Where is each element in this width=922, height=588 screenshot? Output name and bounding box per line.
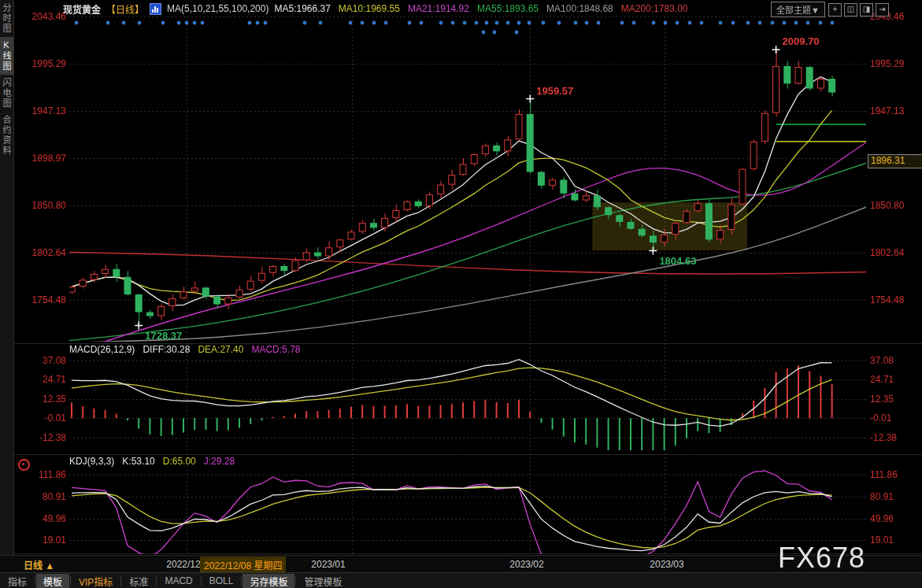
last-price-tag: 1896.31 [868, 154, 922, 168]
kdj-header: KDJ(9,3,3) K:53.10 D:65.00 J:29.28 [69, 456, 235, 467]
ma-value: MA21:1914.92 [408, 3, 469, 14]
tab-separator [201, 576, 202, 586]
sidebar-item-2[interactable]: 闪电图 [0, 75, 13, 112]
y-axis-tick: 49.96 [14, 513, 66, 524]
price-annotation: 1959.57 [536, 85, 573, 97]
y-axis-tick: 2043.46 [14, 11, 66, 22]
ma-value: MA55:1893.65 [477, 3, 539, 14]
y-axis-tick: 1995.29 [14, 58, 66, 69]
y-axis-tick: 37.08 [870, 355, 920, 366]
kdj-label: KDJ(9,3,3) [69, 456, 114, 467]
footer-tab-1[interactable]: 模板 [36, 574, 69, 588]
y-axis-tick: 1850.80 [14, 200, 66, 211]
y-axis-tick: 12.35 [870, 394, 920, 405]
x-axis-month-label: 2022/12 [166, 559, 200, 570]
toolbar-icon-buttons: +◫◨⇥ [828, 3, 889, 17]
price-annotation: 1728.37 [145, 330, 182, 342]
kdj-k-value: K:53.10 [122, 456, 154, 467]
ma-value: MA5:1966.37 [274, 3, 330, 14]
y-axis-tick: 1754.48 [870, 294, 920, 305]
bottom-tabs-row: 指标模板VIP指标标准MACDBOLL另存模板管理模板 [0, 572, 922, 588]
y-axis-tick: 19.01 [14, 534, 66, 545]
kline-chart-icon [150, 3, 161, 15]
ma-value: MA10:1969.55 [339, 3, 400, 14]
symbol-name: 现货黄金 [63, 2, 101, 16]
pan-icon[interactable]: + [828, 3, 842, 17]
footer-tab-3[interactable]: 标准 [122, 574, 155, 588]
y-axis-tick: 24.71 [870, 374, 920, 385]
y-axis-tick: 24.71 [14, 374, 66, 385]
y-axis-tick: 37.08 [14, 355, 66, 366]
header-controls: 全部主题▼ +◫◨⇥ [771, 2, 889, 17]
kdj-d-value: D:65.00 [163, 456, 196, 467]
kdj-j-value: J:29.28 [204, 456, 235, 467]
ma-formula: MA(5,10,21,55,100,200) [167, 3, 268, 14]
sidebar-item-3[interactable]: 合约资料 [0, 112, 13, 159]
period-dropdown-button[interactable]: 日线 ▲ [24, 558, 54, 571]
y-axis-tick: 1802.64 [14, 247, 66, 258]
y-axis-tick: 80.91 [14, 491, 66, 502]
y-axis-tick: 111.86 [870, 469, 920, 480]
ma-values: MA5:1966.37MA10:1969.55MA21:1914.92MA55:… [274, 3, 695, 14]
y-axis-tick: 1947.13 [14, 105, 66, 116]
y-axis-tick: 19.01 [870, 534, 920, 545]
indicator-layout-icon[interactable]: ◨ [860, 3, 873, 17]
tab-separator [295, 576, 296, 586]
tab-separator [120, 576, 121, 586]
y-axis-tick: 1802.64 [870, 247, 920, 258]
chart-canvas[interactable] [0, 0, 922, 555]
y-axis-tick: 111.86 [14, 469, 66, 480]
price-annotation: 2009.70 [783, 35, 820, 47]
tab-separator [241, 576, 242, 586]
ma-value: MA200:1783.00 [621, 3, 688, 14]
period-tag: 【日线】 [106, 2, 144, 16]
y-axis-tick: 49.96 [870, 513, 920, 524]
y-axis-tick: 1995.29 [870, 58, 920, 69]
y-axis-tick: 1754.48 [14, 294, 66, 305]
footer-tab-4[interactable]: MACD [157, 575, 199, 587]
y-axis-tick: 12.35 [14, 394, 66, 405]
crosshair-date-tag: 2022/12/08 星期四 [200, 557, 286, 574]
y-axis-tick: -12.38 [870, 432, 920, 443]
footer-tab-7[interactable]: 管理模板 [297, 574, 349, 588]
macd-macd-value: MACD:5.78 [251, 344, 300, 355]
macd-diff-value: DIFF:30.28 [143, 344, 190, 355]
x-axis-month-label: 2023/01 [311, 559, 345, 570]
x-axis-month-label: 2023/03 [650, 559, 683, 570]
axis-scale-icon[interactable]: ◫ [844, 3, 857, 17]
watermark-logo: FX678 [778, 542, 865, 575]
sidebar-item-1[interactable]: K线图 [0, 37, 13, 75]
macd-label: MACD(26,12,9) [69, 344, 135, 355]
ma-value: MA100:1848.68 [546, 3, 613, 14]
footer-tab-5[interactable]: BOLL [202, 575, 241, 587]
price-annotation: 1804.63 [659, 255, 696, 267]
macd-dea-value: DEA:27.40 [198, 344, 243, 355]
theme-dropdown[interactable]: 全部主题▼ [771, 2, 825, 17]
left-sidebar: 分时图K线图闪电图合约资料 [0, 0, 14, 555]
footer-tab-2[interactable]: VIP指标 [72, 574, 120, 588]
tab-separator [70, 576, 71, 586]
y-axis-tick: 80.91 [870, 491, 920, 502]
tab-separator [35, 576, 35, 586]
y-axis-tick: -12.38 [14, 432, 66, 443]
footer-tab-6[interactable]: 另存模板 [243, 574, 294, 588]
y-axis-tick: 1947.13 [870, 105, 920, 116]
y-axis-tick: -0.01 [870, 412, 920, 423]
footer-tab-0[interactable]: 指标 [1, 574, 34, 588]
y-axis-tick: 1850.80 [870, 200, 920, 211]
trading-app-window: 分时图K线图闪电图合约资料 现货黄金 【日线】 MA(5,10,21,55,10… [0, 0, 922, 588]
tab-separator [156, 576, 157, 586]
macd-header: MACD(26,12,9) DIFF:30.28 DEA:27.40 MACD:… [69, 344, 300, 355]
indicator-settings-icon[interactable] [18, 459, 30, 471]
x-axis-month-label: 2023/02 [509, 559, 543, 570]
sidebar-item-0[interactable]: 分时图 [0, 0, 13, 37]
y-axis-tick: -0.01 [14, 412, 66, 423]
chart-header: 现货黄金 【日线】 MA(5,10,21,55,100,200) MA5:196… [63, 2, 696, 16]
y-axis-tick: 1898.97 [14, 153, 66, 164]
collapse-right-icon[interactable]: ⇥ [876, 3, 889, 17]
